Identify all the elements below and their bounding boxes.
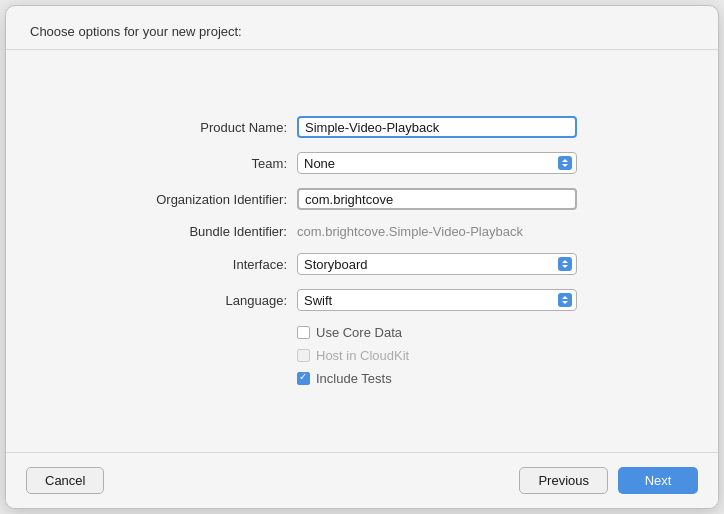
org-identifier-label: Organization Identifier: bbox=[102, 192, 287, 207]
checkboxes-area: Use Core Data Host in CloudKit Include T… bbox=[297, 325, 622, 386]
interface-select[interactable]: Storyboard SwiftUI bbox=[297, 253, 577, 275]
include-tests-label: Include Tests bbox=[316, 371, 392, 386]
org-identifier-input[interactable] bbox=[297, 188, 577, 210]
host-in-cloudkit-row: Host in CloudKit bbox=[297, 348, 622, 363]
cancel-button[interactable]: Cancel bbox=[26, 467, 104, 494]
options-form: Product Name: Team: None Organization Id… bbox=[102, 116, 622, 386]
next-button[interactable]: Next bbox=[618, 467, 698, 494]
org-identifier-field-wrapper bbox=[297, 188, 622, 210]
include-tests-checkbox[interactable] bbox=[297, 372, 310, 385]
bundle-identifier-label: Bundle Identifier: bbox=[102, 224, 287, 239]
product-name-field-wrapper bbox=[297, 116, 622, 138]
use-core-data-label: Use Core Data bbox=[316, 325, 402, 340]
host-in-cloudkit-checkbox[interactable] bbox=[297, 349, 310, 362]
interface-label: Interface: bbox=[102, 257, 287, 272]
dialog-footer: Cancel Previous Next bbox=[6, 452, 718, 508]
dialog-header: Choose options for your new project: bbox=[6, 6, 718, 50]
team-select-wrapper: None bbox=[297, 152, 577, 174]
footer-right-buttons: Previous Next bbox=[519, 467, 698, 494]
language-select-wrapper: Swift Objective-C bbox=[297, 289, 577, 311]
new-project-dialog: Choose options for your new project: Pro… bbox=[5, 5, 719, 509]
team-select[interactable]: None bbox=[297, 152, 577, 174]
include-tests-row: Include Tests bbox=[297, 371, 622, 386]
header-text: Choose options for your new project: bbox=[30, 24, 242, 39]
host-in-cloudkit-label: Host in CloudKit bbox=[316, 348, 409, 363]
language-label: Language: bbox=[102, 293, 287, 308]
product-name-input[interactable] bbox=[297, 116, 577, 138]
dialog-content: Product Name: Team: None Organization Id… bbox=[6, 50, 718, 452]
bundle-identifier-value: com.brightcove.Simple-Video-Playback bbox=[297, 224, 622, 239]
language-select[interactable]: Swift Objective-C bbox=[297, 289, 577, 311]
product-name-label: Product Name: bbox=[102, 120, 287, 135]
team-label: Team: bbox=[102, 156, 287, 171]
use-core-data-checkbox[interactable] bbox=[297, 326, 310, 339]
interface-select-wrapper: Storyboard SwiftUI bbox=[297, 253, 577, 275]
previous-button[interactable]: Previous bbox=[519, 467, 608, 494]
use-core-data-row: Use Core Data bbox=[297, 325, 622, 340]
